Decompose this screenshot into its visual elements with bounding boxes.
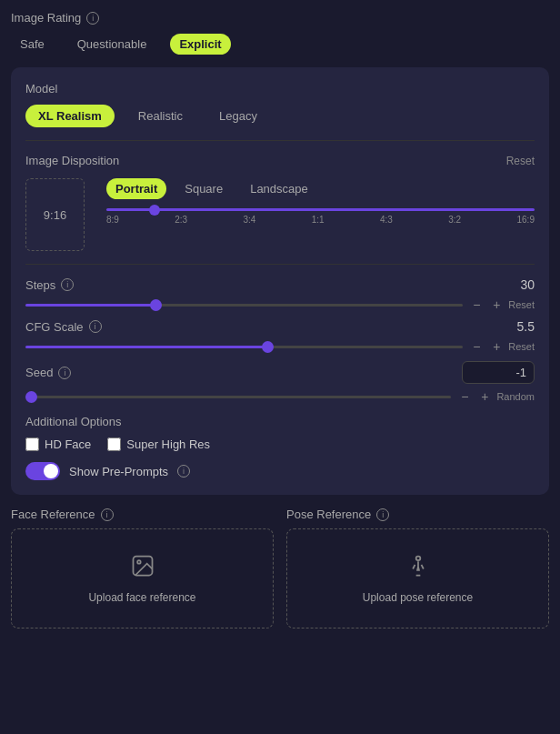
image-rating-label: Image Rating xyxy=(11,11,81,25)
image-disposition-title: Image Disposition xyxy=(25,154,119,167)
aspect-ratio-preview: 9:16 xyxy=(25,178,85,251)
rating-safe-button[interactable]: Safe xyxy=(11,34,54,55)
orientation-landscape-button[interactable]: Landscape xyxy=(241,178,317,199)
orientation-section: Portrait Square Landscape 8:9 2:3 3:4 1:… xyxy=(106,178,535,225)
steps-slider-row: − + Reset xyxy=(25,297,535,312)
cfg-controls: − + Reset xyxy=(468,339,535,354)
face-reference-upload-box[interactable]: Upload face reference xyxy=(11,528,274,628)
orientation-buttons-group: Portrait Square Landscape xyxy=(106,178,535,199)
cfg-value: 5.5 xyxy=(507,319,535,334)
pose-reference-col: Pose Reference i Upload pose reference xyxy=(286,508,549,628)
image-disposition-reset-button[interactable]: Reset xyxy=(506,155,535,167)
pose-upload-icon xyxy=(405,553,431,584)
ratio-label-4: 4:3 xyxy=(380,215,393,225)
face-upload-icon xyxy=(130,553,155,584)
checkboxes-row: HD Face Super High Res xyxy=(25,437,535,451)
ratio-label-5: 3:2 xyxy=(448,215,461,225)
svg-point-1 xyxy=(137,560,141,564)
seed-increment-button[interactable]: + xyxy=(476,389,493,404)
pose-upload-label: Upload pose reference xyxy=(363,591,473,604)
ratio-track xyxy=(106,208,535,211)
model-title: Model xyxy=(25,82,535,96)
ratio-label-0: 8:9 xyxy=(106,215,119,225)
seed-info-icon[interactable]: i xyxy=(58,367,71,379)
seed-decrement-button[interactable]: − xyxy=(456,389,473,404)
cfg-slider[interactable] xyxy=(25,346,463,348)
face-reference-col: Face Reference i Upload face reference xyxy=(11,508,274,628)
cfg-label-group: CFG Scale i xyxy=(25,320,102,334)
steps-label-group: Steps i xyxy=(25,278,74,292)
image-disposition-header: Image Disposition Reset xyxy=(25,154,535,167)
model-legacy-button[interactable]: Legacy xyxy=(206,105,270,127)
seed-label: Seed xyxy=(25,366,53,379)
seed-slider-row: − + Random xyxy=(25,389,535,404)
image-rating-section: Image Rating i Safe Questionable Explici… xyxy=(11,11,549,55)
seed-label-group: Seed i xyxy=(25,366,71,379)
steps-label: Steps xyxy=(25,278,55,292)
model-disposition-panel: Model XL Realism Realistic Legacy Image … xyxy=(11,67,549,495)
ratio-slider-container: 8:9 2:3 3:4 1:1 4:3 3:2 16:9 xyxy=(106,208,535,225)
cfg-label: CFG Scale xyxy=(25,320,84,334)
pre-prompts-info-icon[interactable]: i xyxy=(177,465,190,478)
model-buttons-group: XL Realism Realistic Legacy xyxy=(25,105,535,127)
pose-reference-info-icon[interactable]: i xyxy=(376,508,389,521)
model-realistic-button[interactable]: Realistic xyxy=(125,105,195,127)
seed-header-row: Seed i xyxy=(25,361,535,384)
seed-slider[interactable] xyxy=(25,396,451,398)
ratio-label-2: 3:4 xyxy=(244,215,256,225)
disposition-row: 9:16 Portrait Square Landscape 8:9 2:3 3… xyxy=(25,178,535,251)
ratio-labels: 8:9 2:3 3:4 1:1 4:3 3:2 16:9 xyxy=(106,215,535,225)
face-reference-title-group: Face Reference i xyxy=(11,508,274,521)
cfg-decrement-button[interactable]: − xyxy=(468,339,485,354)
pose-reference-title: Pose Reference xyxy=(286,508,371,521)
rating-buttons-group: Safe Questionable Explicit xyxy=(11,34,549,55)
steps-reset-button[interactable]: Reset xyxy=(508,299,535,310)
super-high-res-label: Super High Res xyxy=(126,437,210,451)
seed-input[interactable] xyxy=(462,361,535,384)
steps-controls: − + Reset xyxy=(468,297,535,312)
cfg-increment-button[interactable]: + xyxy=(488,339,505,354)
seed-random-button[interactable]: Random xyxy=(496,391,535,402)
seed-controls: − + Random xyxy=(456,389,535,404)
steps-header-row: Steps i 30 xyxy=(25,277,535,292)
ratio-label-6: 16:9 xyxy=(517,215,535,225)
hd-face-checkbox[interactable] xyxy=(25,437,39,451)
aspect-ratio-value: 9:16 xyxy=(44,208,66,222)
pre-prompts-toggle[interactable] xyxy=(25,462,60,480)
pose-reference-upload-box[interactable]: Upload pose reference xyxy=(286,528,549,628)
rating-questionable-button[interactable]: Questionable xyxy=(68,34,156,55)
image-rating-info-icon[interactable]: i xyxy=(86,12,99,25)
pose-reference-title-group: Pose Reference i xyxy=(286,508,549,521)
steps-decrement-button[interactable]: − xyxy=(468,297,485,312)
toggle-knob xyxy=(44,464,58,478)
cfg-info-icon[interactable]: i xyxy=(89,320,102,333)
steps-value: 30 xyxy=(507,277,535,292)
steps-increment-button[interactable]: + xyxy=(488,297,505,312)
additional-options-title: Additional Options xyxy=(25,415,535,428)
orientation-portrait-button[interactable]: Portrait xyxy=(106,178,166,199)
pre-prompts-label: Show Pre-Prompts xyxy=(69,465,168,478)
face-reference-title: Face Reference xyxy=(11,508,95,521)
cfg-header-row: CFG Scale i 5.5 xyxy=(25,319,535,334)
steps-info-icon[interactable]: i xyxy=(61,278,74,291)
toggle-row: Show Pre-Prompts i xyxy=(25,462,535,480)
face-reference-info-icon[interactable]: i xyxy=(101,508,114,521)
ratio-label-1: 2:3 xyxy=(175,215,187,225)
rating-explicit-button[interactable]: Explicit xyxy=(170,34,230,55)
hd-face-checkbox-item[interactable]: HD Face xyxy=(25,437,91,451)
orientation-square-button[interactable]: Square xyxy=(175,178,232,199)
ratio-label-3: 1:1 xyxy=(312,215,325,225)
hd-face-label: HD Face xyxy=(45,437,91,451)
ratio-thumb[interactable] xyxy=(149,205,160,216)
face-upload-label: Upload face reference xyxy=(88,591,195,604)
model-xl-realism-button[interactable]: XL Realism xyxy=(25,105,115,127)
reference-row: Face Reference i Upload face reference P… xyxy=(11,508,549,628)
svg-point-2 xyxy=(415,557,420,561)
cfg-slider-row: − + Reset xyxy=(25,339,535,354)
cfg-reset-button[interactable]: Reset xyxy=(508,341,535,352)
super-high-res-checkbox-item[interactable]: Super High Res xyxy=(107,437,210,451)
super-high-res-checkbox[interactable] xyxy=(107,437,121,451)
steps-slider[interactable] xyxy=(25,304,463,307)
